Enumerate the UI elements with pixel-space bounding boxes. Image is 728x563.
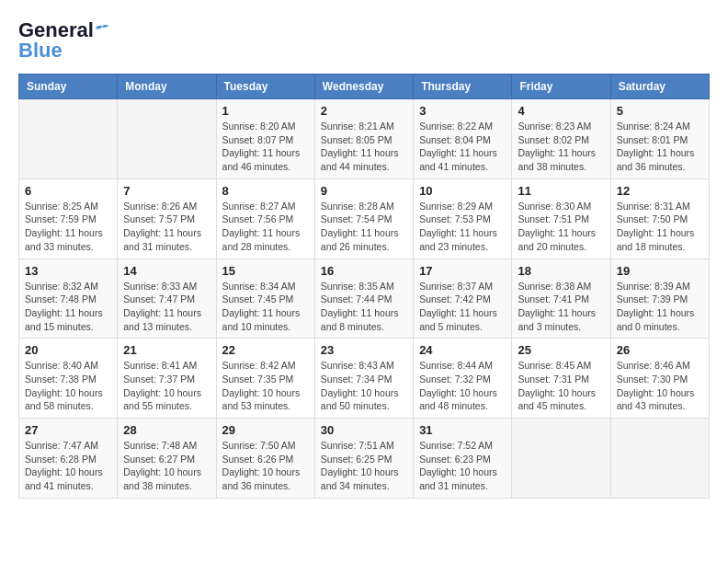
calendar-cell: 5Sunrise: 8:24 AM Sunset: 8:01 PM Daylig…: [610, 99, 709, 179]
calendar-cell: 31Sunrise: 7:52 AM Sunset: 6:23 PM Dayli…: [414, 419, 512, 499]
week-row-2: 6Sunrise: 8:25 AM Sunset: 7:59 PM Daylig…: [19, 178, 710, 259]
col-header-saturday: Saturday: [610, 75, 709, 99]
calendar-cell: 7Sunrise: 8:26 AM Sunset: 7:57 PM Daylig…: [118, 178, 216, 259]
day-number: 21: [123, 343, 210, 357]
day-number: 19: [617, 264, 703, 278]
calendar-table: SundayMondayTuesdayWednesdayThursdayFrid…: [18, 74, 710, 499]
day-number: 24: [419, 343, 506, 357]
col-header-friday: Friday: [512, 75, 610, 99]
day-number: 14: [123, 264, 210, 278]
day-info: Sunrise: 8:38 AM Sunset: 7:41 PM Dayligh…: [518, 280, 604, 334]
day-info: Sunrise: 8:40 AM Sunset: 7:38 PM Dayligh…: [25, 359, 111, 413]
calendar-cell: 12Sunrise: 8:31 AM Sunset: 7:50 PM Dayli…: [610, 178, 709, 259]
day-number: 13: [25, 264, 111, 278]
day-number: 1: [222, 104, 309, 118]
day-info: Sunrise: 8:46 AM Sunset: 7:30 PM Dayligh…: [617, 359, 703, 413]
day-number: 31: [419, 423, 506, 437]
day-info: Sunrise: 7:47 AM Sunset: 6:28 PM Dayligh…: [25, 439, 111, 493]
calendar-cell: 2Sunrise: 8:21 AM Sunset: 8:05 PM Daylig…: [314, 99, 413, 179]
day-number: 26: [617, 343, 703, 357]
day-info: Sunrise: 8:33 AM Sunset: 7:47 PM Dayligh…: [123, 280, 210, 334]
day-number: 2: [321, 104, 407, 118]
calendar-cell: 24Sunrise: 8:44 AM Sunset: 7:32 PM Dayli…: [414, 339, 512, 419]
logo-bird-icon: [94, 22, 110, 35]
day-number: 18: [518, 264, 604, 278]
calendar-cell: 28Sunrise: 7:48 AM Sunset: 6:27 PM Dayli…: [118, 419, 216, 499]
day-info: Sunrise: 8:34 AM Sunset: 7:45 PM Dayligh…: [222, 280, 309, 334]
calendar-cell: 14Sunrise: 8:33 AM Sunset: 7:47 PM Dayli…: [118, 259, 216, 339]
header: General Blue: [18, 18, 710, 63]
day-number: 5: [617, 104, 703, 118]
day-info: Sunrise: 7:50 AM Sunset: 6:26 PM Dayligh…: [222, 439, 309, 493]
day-number: 23: [321, 343, 407, 357]
logo-blue: Blue: [18, 39, 63, 63]
day-number: 30: [321, 423, 407, 437]
day-number: 8: [222, 184, 309, 198]
day-number: 7: [123, 184, 210, 198]
day-info: Sunrise: 8:30 AM Sunset: 7:51 PM Dayligh…: [518, 200, 604, 254]
day-info: Sunrise: 8:22 AM Sunset: 8:04 PM Dayligh…: [419, 120, 506, 174]
day-number: 10: [419, 184, 506, 198]
col-header-tuesday: Tuesday: [216, 75, 314, 99]
day-info: Sunrise: 8:20 AM Sunset: 8:07 PM Dayligh…: [222, 120, 309, 174]
calendar-cell: 11Sunrise: 8:30 AM Sunset: 7:51 PM Dayli…: [512, 178, 610, 259]
calendar-cell: 25Sunrise: 8:45 AM Sunset: 7:31 PM Dayli…: [512, 339, 610, 419]
week-row-1: 1Sunrise: 8:20 AM Sunset: 8:07 PM Daylig…: [19, 99, 710, 179]
calendar-cell: 13Sunrise: 8:32 AM Sunset: 7:48 PM Dayli…: [19, 259, 118, 339]
day-info: Sunrise: 8:31 AM Sunset: 7:50 PM Dayligh…: [617, 200, 703, 254]
day-info: Sunrise: 8:42 AM Sunset: 7:35 PM Dayligh…: [222, 359, 309, 413]
day-number: 4: [518, 104, 604, 118]
logo: General Blue: [18, 18, 110, 63]
day-number: 6: [25, 184, 111, 198]
day-info: Sunrise: 8:43 AM Sunset: 7:34 PM Dayligh…: [321, 359, 407, 413]
day-info: Sunrise: 8:45 AM Sunset: 7:31 PM Dayligh…: [518, 359, 604, 413]
day-number: 29: [222, 423, 309, 437]
day-number: 22: [222, 343, 309, 357]
calendar-cell: 27Sunrise: 7:47 AM Sunset: 6:28 PM Dayli…: [19, 419, 118, 499]
calendar-cell: 18Sunrise: 8:38 AM Sunset: 7:41 PM Dayli…: [512, 259, 610, 339]
col-header-thursday: Thursday: [414, 75, 512, 99]
day-info: Sunrise: 7:48 AM Sunset: 6:27 PM Dayligh…: [123, 439, 210, 493]
day-info: Sunrise: 8:44 AM Sunset: 7:32 PM Dayligh…: [419, 359, 506, 413]
day-info: Sunrise: 8:24 AM Sunset: 8:01 PM Dayligh…: [617, 120, 703, 174]
calendar-cell: 19Sunrise: 8:39 AM Sunset: 7:39 PM Dayli…: [610, 259, 709, 339]
calendar-cell: 29Sunrise: 7:50 AM Sunset: 6:26 PM Dayli…: [216, 419, 314, 499]
col-header-sunday: Sunday: [19, 75, 118, 99]
calendar-cell: 23Sunrise: 8:43 AM Sunset: 7:34 PM Dayli…: [314, 339, 413, 419]
col-header-monday: Monday: [118, 75, 216, 99]
calendar-cell: [610, 419, 709, 499]
calendar-cell: 22Sunrise: 8:42 AM Sunset: 7:35 PM Dayli…: [216, 339, 314, 419]
day-info: Sunrise: 8:29 AM Sunset: 7:53 PM Dayligh…: [419, 200, 506, 254]
day-number: 9: [321, 184, 407, 198]
calendar-cell: 8Sunrise: 8:27 AM Sunset: 7:56 PM Daylig…: [216, 178, 314, 259]
day-info: Sunrise: 8:37 AM Sunset: 7:42 PM Dayligh…: [419, 280, 506, 334]
calendar-cell: 26Sunrise: 8:46 AM Sunset: 7:30 PM Dayli…: [610, 339, 709, 419]
day-number: 12: [617, 184, 703, 198]
calendar-cell: 17Sunrise: 8:37 AM Sunset: 7:42 PM Dayli…: [414, 259, 512, 339]
header-row: SundayMondayTuesdayWednesdayThursdayFrid…: [19, 75, 710, 99]
day-info: Sunrise: 8:26 AM Sunset: 7:57 PM Dayligh…: [123, 200, 210, 254]
calendar-cell: 30Sunrise: 7:51 AM Sunset: 6:25 PM Dayli…: [314, 419, 413, 499]
day-number: 15: [222, 264, 309, 278]
day-info: Sunrise: 8:25 AM Sunset: 7:59 PM Dayligh…: [25, 200, 111, 254]
calendar-cell: 3Sunrise: 8:22 AM Sunset: 8:04 PM Daylig…: [414, 99, 512, 179]
calendar-cell: [19, 99, 118, 179]
day-number: 28: [123, 423, 210, 437]
day-number: 25: [518, 343, 604, 357]
day-number: 20: [25, 343, 111, 357]
calendar-cell: 9Sunrise: 8:28 AM Sunset: 7:54 PM Daylig…: [314, 178, 413, 259]
day-info: Sunrise: 8:39 AM Sunset: 7:39 PM Dayligh…: [617, 280, 703, 334]
day-info: Sunrise: 8:32 AM Sunset: 7:48 PM Dayligh…: [25, 280, 111, 334]
week-row-4: 20Sunrise: 8:40 AM Sunset: 7:38 PM Dayli…: [19, 339, 710, 419]
calendar-cell: 10Sunrise: 8:29 AM Sunset: 7:53 PM Dayli…: [414, 178, 512, 259]
day-info: Sunrise: 8:41 AM Sunset: 7:37 PM Dayligh…: [123, 359, 210, 413]
calendar-cell: 20Sunrise: 8:40 AM Sunset: 7:38 PM Dayli…: [19, 339, 118, 419]
day-number: 3: [419, 104, 506, 118]
day-info: Sunrise: 8:28 AM Sunset: 7:54 PM Dayligh…: [321, 200, 407, 254]
day-info: Sunrise: 8:21 AM Sunset: 8:05 PM Dayligh…: [321, 120, 407, 174]
day-info: Sunrise: 8:35 AM Sunset: 7:44 PM Dayligh…: [321, 280, 407, 334]
day-number: 11: [518, 184, 604, 198]
day-info: Sunrise: 8:27 AM Sunset: 7:56 PM Dayligh…: [222, 200, 309, 254]
page: General Blue SundayMondayTuesdayWednesda…: [0, 0, 728, 517]
day-number: 17: [419, 264, 506, 278]
